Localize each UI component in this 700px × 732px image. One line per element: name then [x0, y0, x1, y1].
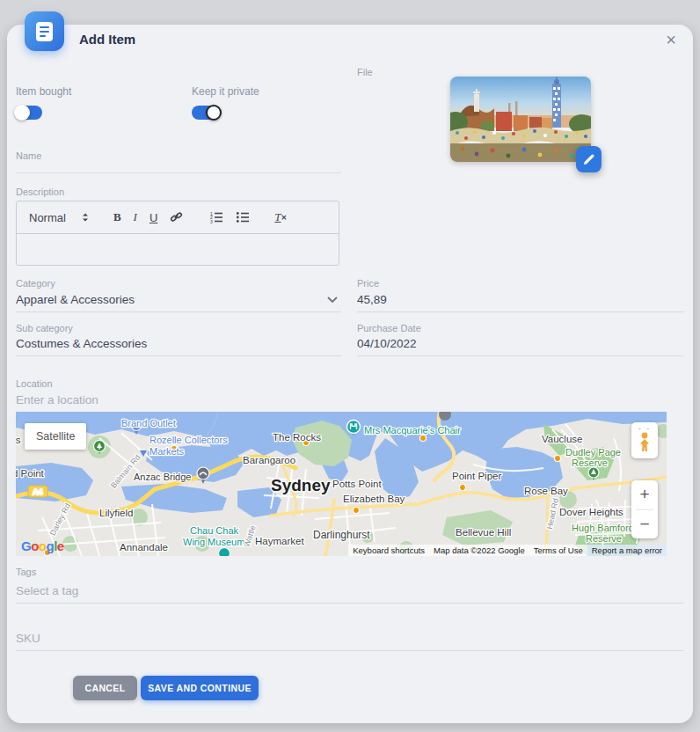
map-label: Darlinghurst	[313, 529, 370, 541]
style-picker[interactable]: Normal	[29, 211, 66, 224]
route-shield-a4: A4	[28, 486, 47, 497]
ordered-list-icon[interactable]: 123	[209, 211, 223, 223]
item-photo	[450, 77, 591, 162]
note-icon	[25, 11, 64, 51]
map-label: Hugh Bamford	[572, 523, 634, 533]
map-label: Reserve	[586, 533, 622, 544]
link-icon[interactable]	[170, 211, 183, 223]
tags-label: Tags	[16, 567, 36, 577]
subcategory-label: Sub category	[16, 323, 73, 333]
italic-button[interactable]: I	[134, 210, 137, 224]
map-label: Wing Museum	[183, 537, 244, 547]
editor-toolbar: Normal B I U 123	[17, 201, 339, 234]
map-label: Markets	[149, 446, 185, 457]
map-label: Mrs Macquarie's Chair	[364, 425, 461, 436]
name-input[interactable]	[16, 152, 341, 173]
purchase-date-input[interactable]	[357, 335, 684, 356]
bold-button[interactable]: B	[113, 210, 121, 224]
keyboard-shortcuts-link[interactable]: Keyboard shortcuts	[348, 545, 429, 556]
description-editor: Normal B I U 123	[16, 201, 339, 266]
map-label: Annandale	[120, 542, 168, 553]
keep-private-label: Keep it private	[192, 85, 259, 98]
map-label: Point Piper	[452, 471, 501, 481]
terms-link[interactable]: Terms of Use	[529, 545, 587, 556]
style-picker-arrows-icon[interactable]	[82, 212, 89, 223]
cancel-button[interactable]: CANCEL	[73, 676, 137, 700]
description-label: Description	[16, 187, 64, 197]
price-input[interactable]	[357, 291, 684, 312]
map-type-satellite-button[interactable]: Satellite	[25, 423, 86, 450]
tags-input[interactable]	[16, 582, 684, 604]
add-item-dialog: Add Item × Item bought Keep it private F…	[7, 25, 693, 723]
edit-photo-button[interactable]	[576, 146, 602, 172]
map-label: d Point	[16, 468, 45, 479]
subcategory-input[interactable]	[16, 335, 341, 356]
category-label: Category	[16, 278, 55, 289]
map-label: Lilyfield	[99, 508, 133, 518]
map-data-text: Map data ©2022 Google	[429, 545, 529, 556]
keep-private-toggle[interactable]	[192, 106, 218, 120]
close-icon[interactable]: ×	[661, 30, 681, 49]
save-and-continue-button[interactable]: SAVE AND CONTINUE	[141, 676, 259, 700]
pencil-icon	[583, 153, 595, 165]
svg-text:A4: A4	[33, 487, 42, 496]
poi-marker-museum	[219, 548, 230, 557]
zoom-control: + −	[631, 480, 658, 538]
map-label: Dudley Page	[565, 447, 621, 458]
map-label: Dover Heights	[559, 507, 623, 517]
purchase-date-label: Purchase Date	[357, 323, 421, 333]
map-label: Brand Outlet	[121, 418, 176, 428]
category-select[interactable]	[16, 291, 341, 312]
item-bought-toggle[interactable]	[16, 106, 42, 120]
map-label: Rozelle Collectors	[149, 435, 228, 445]
map-label: Potts Point	[332, 479, 382, 489]
zoom-in-button[interactable]: +	[631, 480, 658, 509]
google-map[interactable]: A4 Brand Outlet Rozelle Collectors Marke…	[16, 412, 667, 556]
map-label: The Rocks	[273, 432, 321, 443]
map-label: ss	[16, 435, 21, 445]
pegman-icon	[638, 431, 652, 452]
map-label: Rose Bay	[524, 486, 568, 496]
map-label: Sydney	[271, 476, 331, 494]
location-label: Location	[16, 378, 53, 389]
zoom-out-button[interactable]: −	[631, 510, 658, 539]
description-input[interactable]	[17, 234, 339, 266]
location-input[interactable]	[16, 392, 667, 413]
svg-text:3: 3	[210, 219, 213, 224]
map-type-control: Map Satellite	[25, 423, 86, 450]
underline-button[interactable]: U	[149, 211, 157, 224]
map-label: Elizabeth Bay	[343, 494, 405, 504]
clear-format-icon[interactable]: T✕	[274, 210, 287, 224]
map-label: Barangaroo	[243, 455, 295, 465]
map-attribution: Keyboard shortcuts Map data ©2022 Google…	[348, 545, 667, 556]
map-label: Vaucluse	[542, 434, 582, 444]
report-error-link[interactable]: Report a map error	[587, 545, 667, 556]
chevron-down-icon[interactable]	[327, 293, 338, 306]
bullet-list-icon[interactable]	[236, 211, 250, 223]
file-label: File	[357, 67, 373, 77]
map-label: Haymarket	[255, 536, 304, 546]
price-label: Price	[357, 278, 379, 289]
map-label: Reserve	[572, 458, 608, 468]
sku-input[interactable]	[16, 630, 684, 651]
google-logo: Google	[21, 538, 64, 553]
pegman-control[interactable]: - -	[631, 422, 658, 458]
page-title: Add Item	[79, 33, 135, 47]
item-bought-label: Item bought	[16, 85, 71, 98]
map-label: Chau Chak	[190, 525, 239, 536]
map-label: Anzac Bridge	[134, 472, 191, 482]
map-label: Bellevue Hill	[456, 527, 511, 538]
